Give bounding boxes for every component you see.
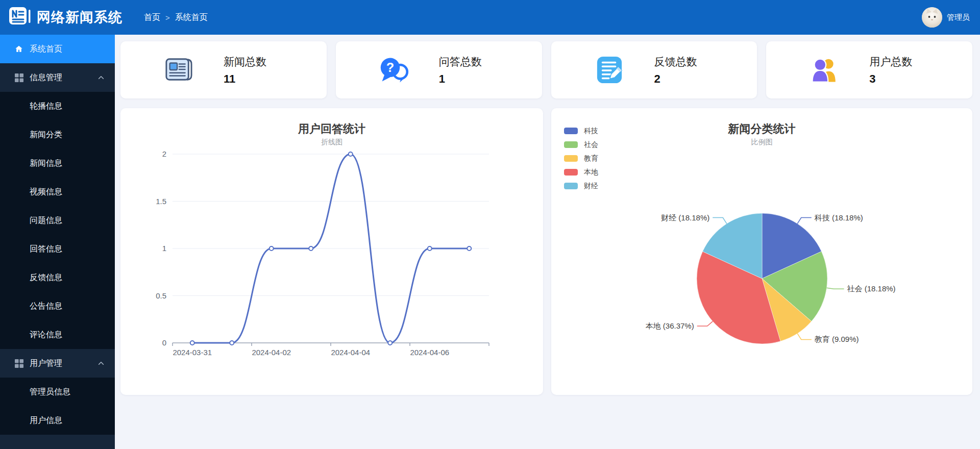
legend-item-2[interactable]: 教育 xyxy=(564,152,598,165)
svg-text:?: ? xyxy=(386,60,394,74)
legend-swatch xyxy=(564,141,578,148)
stat-label: 新闻总数 xyxy=(224,55,266,69)
sidebar-item-label: 视频信息 xyxy=(30,187,62,197)
legend-label: 教育 xyxy=(584,154,598,163)
sidebar-item-label: 回答信息 xyxy=(30,244,62,255)
line-chart-subtitle: 折线图 xyxy=(120,138,543,147)
svg-text:2024-04-04: 2024-04-04 xyxy=(331,348,370,357)
stat-value: 3 xyxy=(869,72,912,86)
sidebar-item-label: 系统首页 xyxy=(30,44,62,55)
legend-item-4[interactable]: 财经 xyxy=(564,179,598,193)
svg-text:2024-03-31: 2024-03-31 xyxy=(173,348,212,357)
sidebar-item-carousel-info[interactable]: 轮播信息 xyxy=(0,92,115,120)
pie-legend: 科技社会教育本地财经 xyxy=(564,124,598,193)
sidebar-item-label: 轮播信息 xyxy=(30,101,62,112)
app-title: 网络新闻系统 xyxy=(37,8,122,27)
sidebar-item-admin-info[interactable]: 管理员信息 xyxy=(0,378,115,406)
app-logo: 网络新闻系统 xyxy=(8,6,122,29)
sidebar-item-info-management[interactable]: 信息管理 xyxy=(0,63,115,92)
sidebar-item-label: 用户信息 xyxy=(30,415,62,426)
pie-chart-card: 科技 (18.18%)社会 (18.18%)教育 (9.09%)本地 (36.3… xyxy=(551,108,972,395)
users-icon xyxy=(809,55,840,85)
sidebar-item-home[interactable]: 系统首页 xyxy=(0,35,115,63)
stat-label: 用户总数 xyxy=(869,55,912,69)
main-content: 新闻总数11?问答总数1反馈总数2用户总数3 00.511.522024-03-… xyxy=(115,35,980,449)
sidebar-item-label: 新闻分类 xyxy=(30,130,62,140)
stat-card-qa-total: ?问答总数1 xyxy=(336,41,542,98)
breadcrumb-home[interactable]: 首页 xyxy=(144,12,160,23)
sidebar-item-partial[interactable] xyxy=(0,435,115,449)
svg-text:1: 1 xyxy=(162,244,166,253)
sidebar-item-user-info[interactable]: 用户信息 xyxy=(0,406,115,435)
line-chart: 00.511.522024-03-312024-04-022024-04-042… xyxy=(120,108,543,395)
user-menu[interactable]: 管理员 xyxy=(922,7,970,28)
sidebar-item-label: 信息管理 xyxy=(30,72,62,83)
sidebar-item-answer-info[interactable]: 回答信息 xyxy=(0,235,115,263)
svg-text:科技 (18.18%): 科技 (18.18%) xyxy=(814,213,863,222)
stat-label: 问答总数 xyxy=(439,55,482,69)
sidebar-item-news-info[interactable]: 新闻信息 xyxy=(0,149,115,178)
sidebar-item-label: 反馈信息 xyxy=(30,272,62,283)
charts-row: 00.511.522024-03-312024-04-022024-04-042… xyxy=(120,108,972,395)
legend-swatch xyxy=(564,155,578,162)
sidebar-item-question-info[interactable]: 问题信息 xyxy=(0,206,115,235)
legend-item-3[interactable]: 本地 xyxy=(564,165,598,179)
stats-row: 新闻总数11?问答总数1反馈总数2用户总数3 xyxy=(120,41,972,98)
legend-swatch xyxy=(564,183,578,189)
sidebar: 系统首页信息管理轮播信息新闻分类新闻信息视频信息问题信息回答信息反馈信息公告信息… xyxy=(0,35,115,449)
chevron-up-icon xyxy=(97,74,105,83)
legend-label: 社会 xyxy=(584,140,598,149)
line-chart-card: 00.511.522024-03-312024-04-022024-04-042… xyxy=(120,108,543,395)
stat-value: 2 xyxy=(654,72,697,86)
sidebar-item-feedback-info[interactable]: 反馈信息 xyxy=(0,263,115,292)
sidebar-item-label: 新闻信息 xyxy=(30,158,62,169)
qa-icon: ? xyxy=(379,55,409,85)
pie-chart-title: 新闻分类统计 xyxy=(551,121,972,137)
breadcrumb-current[interactable]: 系统首页 xyxy=(175,12,208,23)
svg-text:教育 (9.09%): 教育 (9.09%) xyxy=(815,335,859,343)
chevron-up-icon xyxy=(97,360,105,369)
legend-swatch xyxy=(564,169,578,176)
user-name: 管理员 xyxy=(947,13,970,22)
sidebar-item-label: 管理员信息 xyxy=(30,387,70,397)
breadcrumb: 首页 > 系统首页 xyxy=(144,12,208,23)
svg-text:0.5: 0.5 xyxy=(156,291,166,300)
stat-card-feedback-total: 反馈总数2 xyxy=(551,41,757,98)
sidebar-item-notice-info[interactable]: 公告信息 xyxy=(0,292,115,320)
svg-text:财经 (18.18%): 财经 (18.18%) xyxy=(661,213,709,222)
sidebar-item-video-info[interactable]: 视频信息 xyxy=(0,178,115,206)
stat-value: 1 xyxy=(439,72,482,86)
sidebar-item-comment-info[interactable]: 评论信息 xyxy=(0,320,115,349)
svg-text:2024-04-06: 2024-04-06 xyxy=(410,348,449,357)
stat-card-user-total: 用户总数3 xyxy=(766,41,972,98)
app-header: 网络新闻系统 首页 > 系统首页 管理员 xyxy=(0,0,980,35)
legend-swatch xyxy=(564,128,578,134)
legend-item-0[interactable]: 科技 xyxy=(564,124,598,138)
stat-card-news-total: 新闻总数11 xyxy=(120,41,327,98)
stat-value: 11 xyxy=(224,72,266,86)
legend-label: 财经 xyxy=(584,182,598,191)
legend-label: 本地 xyxy=(584,168,598,177)
svg-text:0: 0 xyxy=(162,338,166,347)
feedback-icon xyxy=(594,55,625,85)
line-chart-title: 用户回答统计 xyxy=(120,121,543,137)
pie-chart: 科技 (18.18%)社会 (18.18%)教育 (9.09%)本地 (36.3… xyxy=(551,108,972,395)
newspaper-icon xyxy=(163,55,194,85)
svg-text:本地 (36.37%): 本地 (36.37%) xyxy=(646,321,694,330)
sidebar-item-label: 问题信息 xyxy=(30,215,62,226)
home-icon xyxy=(14,44,23,54)
svg-text:1.5: 1.5 xyxy=(156,197,166,206)
breadcrumb-separator: > xyxy=(165,13,170,22)
sidebar-item-news-category[interactable]: 新闻分类 xyxy=(0,120,115,149)
sidebar-item-label: 评论信息 xyxy=(30,330,62,340)
svg-text:社会 (18.18%): 社会 (18.18%) xyxy=(847,284,896,293)
sidebar-item-label: 用户管理 xyxy=(30,358,62,369)
sidebar-item-user-management[interactable]: 用户管理 xyxy=(0,349,115,378)
svg-text:2024-04-02: 2024-04-02 xyxy=(252,348,291,357)
stat-label: 反馈总数 xyxy=(654,55,697,69)
user-avatar[interactable] xyxy=(922,7,942,28)
svg-text:2: 2 xyxy=(162,149,166,158)
grid-icon xyxy=(14,73,23,82)
legend-item-1[interactable]: 社会 xyxy=(564,138,598,152)
sidebar-item-label: 公告信息 xyxy=(30,301,62,312)
